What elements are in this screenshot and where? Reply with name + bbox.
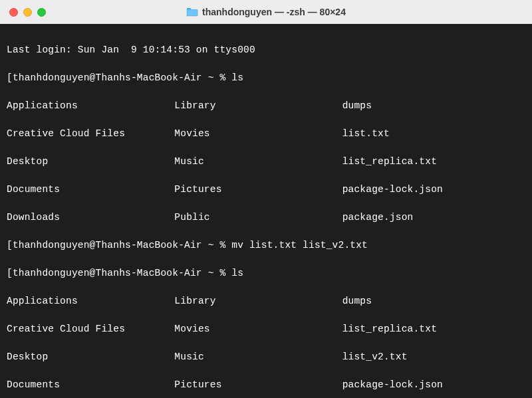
ls-cell: list_v2.txt [342,350,525,364]
close-icon[interactable] [9,8,18,17]
window-title-group: thanhdonguyen — -zsh — 80×24 [186,7,346,17]
ls-cell: list_replica.txt [342,322,525,336]
terminal-content[interactable]: Last login: Sun Jan 9 10:14:53 on ttys00… [0,24,532,398]
ls-output-row: Creative Cloud FilesMovieslist.txt [7,127,525,141]
ls-cell: Documents [7,183,174,197]
ls-cell: Creative Cloud Files [7,322,174,336]
ls-cell: Pictures [174,378,342,392]
prompt-line: [thanhdonguyen@Thanhs-MacBook-Air ~ % ls [7,266,525,280]
prompt: [thanhdonguyen@Thanhs-MacBook-Air ~ % [7,72,231,83]
prompt: [thanhdonguyen@Thanhs-MacBook-Air ~ % [7,240,231,250]
ls-output-row: DownloadsPublicpackage.json [7,211,525,225]
ls-cell: Library [174,294,342,308]
prompt-line: [thanhdonguyen@Thanhs-MacBook-Air ~ % ls [7,71,525,85]
window-title: thanhdonguyen — -zsh — 80×24 [202,7,346,17]
minimize-icon[interactable] [23,8,32,17]
ls-output-row: DesktopMusiclist_replica.txt [7,155,525,169]
maximize-icon[interactable] [37,8,46,17]
svg-rect-0 [187,8,191,10]
command-text: ls [231,268,243,278]
ls-cell: list_replica.txt [342,155,525,169]
ls-output-row: ApplicationsLibrarydumps [7,294,525,308]
ls-cell: Downloads [7,211,174,225]
ls-cell: Applications [7,294,174,308]
command-text: ls [231,72,243,83]
command-text: mv list.txt list_v2.txt [231,240,368,250]
ls-output-row: Creative Cloud FilesMovieslist_replica.t… [7,322,525,336]
ls-cell: list.txt [342,127,525,141]
ls-cell: Music [174,350,342,364]
ls-cell: Public [174,211,342,225]
ls-cell: Movies [174,322,342,336]
prompt: [thanhdonguyen@Thanhs-MacBook-Air ~ % [7,268,231,278]
ls-cell: Creative Cloud Files [7,127,174,141]
ls-cell: package-lock.json [342,378,525,392]
ls-cell: dumps [342,99,525,113]
ls-output-row: DocumentsPicturespackage-lock.json [7,378,525,392]
last-login-line: Last login: Sun Jan 9 10:14:53 on ttys00… [7,43,525,57]
ls-cell: Movies [174,127,342,141]
ls-cell: Desktop [7,350,174,364]
ls-cell: package-lock.json [342,183,525,197]
ls-cell: Pictures [174,183,342,197]
window-titlebar: thanhdonguyen — -zsh — 80×24 [0,0,532,24]
traffic-lights [9,8,46,17]
ls-output-row: DesktopMusiclist_v2.txt [7,350,525,364]
ls-cell: package.json [342,211,525,225]
ls-output-row: ApplicationsLibrarydumps [7,99,525,113]
ls-cell: Library [174,99,342,113]
prompt-line: [thanhdonguyen@Thanhs-MacBook-Air ~ % mv… [7,239,525,252]
ls-output-row: DocumentsPicturespackage-lock.json [7,183,525,197]
ls-cell: Applications [7,99,174,113]
ls-cell: Desktop [7,155,174,169]
ls-cell: Music [174,155,342,169]
folder-icon [186,7,198,17]
ls-cell: Documents [7,378,174,392]
ls-cell: dumps [342,294,525,308]
